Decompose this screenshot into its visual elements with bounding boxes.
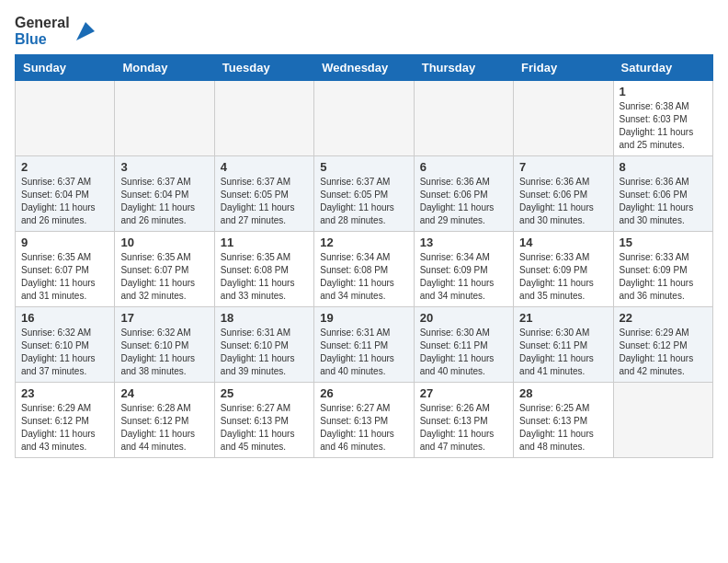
day-number: 20 xyxy=(420,311,507,325)
day-info: Sunrise: 6:33 AM Sunset: 6:09 PM Dayligh… xyxy=(620,251,707,303)
day-info: Sunrise: 6:30 AM Sunset: 6:11 PM Dayligh… xyxy=(420,327,507,378)
day-number: 6 xyxy=(420,160,507,174)
day-number: 16 xyxy=(21,311,108,325)
day-number: 11 xyxy=(221,236,308,249)
calendar-table: SundayMondayTuesdayWednesdayThursdayFrid… xyxy=(15,54,713,458)
day-number: 21 xyxy=(519,311,607,325)
calendar-cell xyxy=(214,81,313,156)
day-info: Sunrise: 6:34 AM Sunset: 6:09 PM Dayligh… xyxy=(420,251,507,303)
calendar-cell: 15Sunrise: 6:33 AM Sunset: 6:09 PM Dayli… xyxy=(613,232,712,307)
svg-marker-0 xyxy=(76,22,95,40)
calendar-cell: 21Sunrise: 6:30 AM Sunset: 6:11 PM Dayli… xyxy=(514,307,613,383)
calendar-cell: 8Sunrise: 6:36 AM Sunset: 6:06 PM Daylig… xyxy=(613,156,712,232)
calendar-cell: 2Sunrise: 6:37 AM Sunset: 6:04 PM Daylig… xyxy=(16,156,115,232)
logo-icon xyxy=(73,18,98,44)
day-info: Sunrise: 6:37 AM Sunset: 6:05 PM Dayligh… xyxy=(221,176,308,227)
day-info: Sunrise: 6:35 AM Sunset: 6:07 PM Dayligh… xyxy=(120,251,208,303)
logo-blue-text: Blue xyxy=(15,31,70,48)
day-number: 24 xyxy=(120,386,208,400)
weekday-header-sunday: Sunday xyxy=(16,55,115,81)
day-info: Sunrise: 6:32 AM Sunset: 6:10 PM Dayligh… xyxy=(120,327,208,378)
day-info: Sunrise: 6:27 AM Sunset: 6:13 PM Dayligh… xyxy=(221,402,308,454)
calendar-cell xyxy=(115,81,214,156)
calendar-cell: 19Sunrise: 6:31 AM Sunset: 6:11 PM Dayli… xyxy=(314,307,414,383)
calendar-cell: 20Sunrise: 6:30 AM Sunset: 6:11 PM Dayli… xyxy=(414,307,513,383)
calendar-cell: 16Sunrise: 6:32 AM Sunset: 6:10 PM Dayli… xyxy=(16,307,115,383)
calendar-header-row: SundayMondayTuesdayWednesdayThursdayFrid… xyxy=(16,55,713,81)
calendar-cell: 24Sunrise: 6:28 AM Sunset: 6:12 PM Dayli… xyxy=(115,383,214,458)
calendar-cell: 22Sunrise: 6:29 AM Sunset: 6:12 PM Dayli… xyxy=(613,307,712,383)
calendar-cell xyxy=(314,81,414,156)
day-number: 3 xyxy=(120,160,208,174)
calendar-cell: 7Sunrise: 6:36 AM Sunset: 6:06 PM Daylig… xyxy=(514,156,613,232)
calendar-cell: 13Sunrise: 6:34 AM Sunset: 6:09 PM Dayli… xyxy=(414,232,513,307)
day-number: 8 xyxy=(620,160,707,174)
day-number: 15 xyxy=(620,236,707,249)
day-info: Sunrise: 6:25 AM Sunset: 6:13 PM Dayligh… xyxy=(519,402,607,454)
calendar-cell: 1Sunrise: 6:38 AM Sunset: 6:03 PM Daylig… xyxy=(613,81,712,156)
day-info: Sunrise: 6:29 AM Sunset: 6:12 PM Dayligh… xyxy=(21,402,108,454)
day-number: 1 xyxy=(620,85,707,98)
day-info: Sunrise: 6:35 AM Sunset: 6:08 PM Dayligh… xyxy=(221,251,308,303)
day-number: 2 xyxy=(21,160,108,174)
day-info: Sunrise: 6:38 AM Sunset: 6:03 PM Dayligh… xyxy=(620,100,707,152)
calendar-cell xyxy=(16,81,115,156)
day-number: 27 xyxy=(420,386,507,400)
weekday-header-friday: Friday xyxy=(514,55,613,81)
calendar-cell xyxy=(414,81,513,156)
calendar-cell: 6Sunrise: 6:36 AM Sunset: 6:06 PM Daylig… xyxy=(414,156,513,232)
day-number: 7 xyxy=(519,160,607,174)
day-number: 28 xyxy=(519,386,607,400)
day-info: Sunrise: 6:37 AM Sunset: 6:05 PM Dayligh… xyxy=(320,176,407,227)
calendar-cell: 3Sunrise: 6:37 AM Sunset: 6:04 PM Daylig… xyxy=(115,156,214,232)
day-number: 4 xyxy=(221,160,308,174)
day-info: Sunrise: 6:35 AM Sunset: 6:07 PM Dayligh… xyxy=(21,251,108,303)
day-info: Sunrise: 6:36 AM Sunset: 6:06 PM Dayligh… xyxy=(620,176,707,227)
day-info: Sunrise: 6:34 AM Sunset: 6:08 PM Dayligh… xyxy=(320,251,407,303)
day-info: Sunrise: 6:31 AM Sunset: 6:11 PM Dayligh… xyxy=(320,327,407,378)
logo-general-text: General xyxy=(15,15,70,31)
day-number: 18 xyxy=(221,311,308,325)
weekday-header-saturday: Saturday xyxy=(613,55,712,81)
day-info: Sunrise: 6:36 AM Sunset: 6:06 PM Dayligh… xyxy=(519,176,607,227)
day-number: 9 xyxy=(21,236,108,249)
day-info: Sunrise: 6:28 AM Sunset: 6:12 PM Dayligh… xyxy=(120,402,208,454)
day-number: 14 xyxy=(519,236,607,249)
logo: General Blue xyxy=(15,15,98,47)
calendar-cell: 17Sunrise: 6:32 AM Sunset: 6:10 PM Dayli… xyxy=(115,307,214,383)
calendar-cell: 27Sunrise: 6:26 AM Sunset: 6:13 PM Dayli… xyxy=(414,383,513,458)
day-info: Sunrise: 6:37 AM Sunset: 6:04 PM Dayligh… xyxy=(120,176,208,227)
calendar-cell: 11Sunrise: 6:35 AM Sunset: 6:08 PM Dayli… xyxy=(214,232,313,307)
day-number: 26 xyxy=(320,386,407,400)
calendar-week-row: 16Sunrise: 6:32 AM Sunset: 6:10 PM Dayli… xyxy=(16,307,713,383)
calendar-cell: 4Sunrise: 6:37 AM Sunset: 6:05 PM Daylig… xyxy=(214,156,313,232)
day-number: 17 xyxy=(120,311,208,325)
day-info: Sunrise: 6:31 AM Sunset: 6:10 PM Dayligh… xyxy=(221,327,308,378)
calendar-cell: 5Sunrise: 6:37 AM Sunset: 6:05 PM Daylig… xyxy=(314,156,414,232)
weekday-header-thursday: Thursday xyxy=(414,55,513,81)
calendar-cell: 26Sunrise: 6:27 AM Sunset: 6:13 PM Dayli… xyxy=(314,383,414,458)
day-info: Sunrise: 6:37 AM Sunset: 6:04 PM Dayligh… xyxy=(21,176,108,227)
weekday-header-wednesday: Wednesday xyxy=(314,55,414,81)
calendar-cell: 28Sunrise: 6:25 AM Sunset: 6:13 PM Dayli… xyxy=(514,383,613,458)
weekday-header-tuesday: Tuesday xyxy=(214,55,313,81)
day-info: Sunrise: 6:33 AM Sunset: 6:09 PM Dayligh… xyxy=(519,251,607,303)
calendar-week-row: 2Sunrise: 6:37 AM Sunset: 6:04 PM Daylig… xyxy=(16,156,713,232)
calendar-cell: 18Sunrise: 6:31 AM Sunset: 6:10 PM Dayli… xyxy=(214,307,313,383)
day-number: 19 xyxy=(320,311,407,325)
day-info: Sunrise: 6:29 AM Sunset: 6:12 PM Dayligh… xyxy=(620,327,707,378)
calendar-cell: 23Sunrise: 6:29 AM Sunset: 6:12 PM Dayli… xyxy=(16,383,115,458)
day-info: Sunrise: 6:32 AM Sunset: 6:10 PM Dayligh… xyxy=(21,327,108,378)
calendar-cell: 25Sunrise: 6:27 AM Sunset: 6:13 PM Dayli… xyxy=(214,383,313,458)
page-header: General Blue xyxy=(15,15,713,47)
day-info: Sunrise: 6:27 AM Sunset: 6:13 PM Dayligh… xyxy=(320,402,407,454)
day-number: 13 xyxy=(420,236,507,249)
day-number: 10 xyxy=(120,236,208,249)
calendar-cell xyxy=(514,81,613,156)
calendar-cell: 14Sunrise: 6:33 AM Sunset: 6:09 PM Dayli… xyxy=(514,232,613,307)
day-number: 25 xyxy=(221,386,308,400)
day-number: 23 xyxy=(21,386,108,400)
day-info: Sunrise: 6:26 AM Sunset: 6:13 PM Dayligh… xyxy=(420,402,507,454)
calendar-cell: 12Sunrise: 6:34 AM Sunset: 6:08 PM Dayli… xyxy=(314,232,414,307)
day-info: Sunrise: 6:36 AM Sunset: 6:06 PM Dayligh… xyxy=(420,176,507,227)
